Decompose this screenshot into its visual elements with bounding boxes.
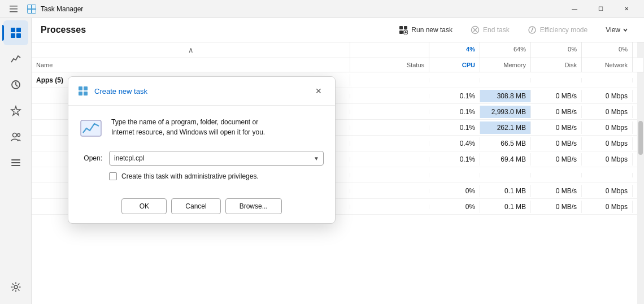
sidebar-item-startup[interactable] xyxy=(3,98,28,123)
row-status xyxy=(350,157,429,162)
row-cpu: 0.1% xyxy=(429,153,480,166)
row-disk: 0 MB/s xyxy=(531,90,582,102)
admin-privileges-checkbox[interactable] xyxy=(109,172,117,180)
svg-marker-12 xyxy=(11,106,20,115)
row-memory: 69.4 MB xyxy=(480,153,531,166)
row-cpu: 0% xyxy=(429,201,480,213)
svg-rect-8 xyxy=(16,28,21,32)
efficiency-icon xyxy=(528,25,537,34)
scrollbar-track[interactable] xyxy=(637,42,644,304)
svg-rect-32 xyxy=(84,92,88,95)
end-task-button[interactable]: End task xyxy=(464,23,516,37)
scrollbar-thumb[interactable] xyxy=(638,121,643,155)
svg-rect-5 xyxy=(28,10,31,13)
dialog-open-row: Open: ▼ xyxy=(80,151,324,166)
hamburger-button[interactable] xyxy=(5,0,23,18)
svg-rect-4 xyxy=(32,5,36,8)
th-memory[interactable]: Memory xyxy=(480,58,531,72)
sidebar-item-performance[interactable] xyxy=(3,46,28,71)
row-memory: 2,993.0 MB xyxy=(480,106,531,118)
th-cpu-pct: 4% xyxy=(429,42,480,58)
th-scroll-spacer xyxy=(633,58,644,72)
table-container[interactable]: ∧ 4% 64% 0% 0% Name Status CPU Memory Di… xyxy=(32,42,644,304)
svg-point-18 xyxy=(14,285,18,289)
svg-rect-31 xyxy=(79,92,82,95)
th-status[interactable]: Status xyxy=(350,58,429,72)
maximize-button[interactable]: ☐ xyxy=(588,0,613,18)
svg-rect-6 xyxy=(32,10,36,13)
run-new-task-button[interactable]: Run new task xyxy=(392,23,459,37)
th-network[interactable]: Network xyxy=(582,58,633,72)
th-mem-pct: 64% xyxy=(480,42,531,58)
svg-rect-29 xyxy=(79,86,82,90)
table-header: Name Status CPU Memory Disk Network xyxy=(32,58,644,72)
page-title: Processes xyxy=(41,25,388,35)
row-disk: 0 MB/s xyxy=(531,121,582,134)
row-cpu: 0.1% xyxy=(429,90,480,102)
sort-row: ∧ 4% 64% 0% 0% xyxy=(32,42,644,58)
svg-rect-0 xyxy=(10,6,18,7)
sidebar-bottom xyxy=(3,275,28,299)
sidebar-item-history[interactable] xyxy=(3,72,28,97)
th-name[interactable]: Name xyxy=(32,58,350,72)
row-memory: 66.5 MB xyxy=(480,137,531,150)
chevron-down-icon xyxy=(623,27,628,33)
dialog-desc-text: Type the name of a program, folder, docu… xyxy=(111,117,265,137)
svg-rect-2 xyxy=(10,11,18,12)
svg-point-14 xyxy=(17,134,20,137)
dialog-input-wrapper: ▼ xyxy=(109,151,324,166)
sidebar-item-details[interactable] xyxy=(3,150,28,175)
dialog-close-button[interactable]: ✕ xyxy=(311,84,326,98)
app-title: Task Manager xyxy=(41,5,557,13)
efficiency-mode-button[interactable]: Efficiency mode xyxy=(521,23,595,37)
row-disk: 0 MB/s xyxy=(531,185,582,197)
row-disk: 0 MB/s xyxy=(531,106,582,118)
close-button[interactable]: ✕ xyxy=(613,0,639,18)
sort-arrow-icon: ∧ xyxy=(188,46,194,54)
end-task-icon xyxy=(471,25,480,34)
dialog-header: Create new task ✕ xyxy=(68,77,335,106)
svg-point-13 xyxy=(12,133,16,137)
dialog-description: Type the name of a program, folder, docu… xyxy=(80,117,324,140)
create-task-dialog: Create new task ✕ xyxy=(68,76,336,224)
title-bar: Task Manager — ☐ ✕ xyxy=(0,0,644,18)
sidebar xyxy=(0,18,32,304)
th-disk-pct: 0% xyxy=(531,42,582,58)
dialog-footer: OK Cancel Browse... xyxy=(68,192,335,223)
browse-button[interactable]: Browse... xyxy=(225,198,282,214)
dialog-icon xyxy=(77,85,89,97)
ok-button[interactable]: OK xyxy=(121,198,167,214)
dialog-checkbox-row: Create this task with administrative pri… xyxy=(80,172,324,180)
row-status xyxy=(350,110,429,114)
row-network: 0 Mbps xyxy=(582,106,633,118)
view-menu-button[interactable]: View xyxy=(599,23,635,37)
svg-rect-17 xyxy=(11,165,20,166)
row-memory: 308.8 MB xyxy=(480,90,531,102)
row-network: 0 Mbps xyxy=(582,121,633,134)
svg-rect-21 xyxy=(399,31,403,34)
row-memory: 0.1 MB xyxy=(480,201,531,213)
svg-rect-15 xyxy=(11,159,20,160)
th-disk[interactable]: Disk xyxy=(531,58,582,72)
th-cpu[interactable]: CPU xyxy=(429,58,480,72)
dialog-desc-icon xyxy=(80,117,102,140)
svg-rect-3 xyxy=(28,5,31,8)
open-input[interactable] xyxy=(109,151,324,166)
sidebar-item-settings[interactable] xyxy=(3,275,28,299)
sort-arrow-cell[interactable]: ∧ xyxy=(32,42,350,58)
row-cpu: 0.4% xyxy=(429,137,480,150)
row-network: 0 Mbps xyxy=(582,185,633,197)
admin-privileges-label: Create this task with administrative pri… xyxy=(121,172,259,180)
end-task-label: End task xyxy=(483,26,510,34)
minimize-button[interactable]: — xyxy=(562,0,588,18)
efficiency-mode-label: Efficiency mode xyxy=(540,26,588,34)
sidebar-item-users[interactable] xyxy=(3,124,28,149)
view-label: View xyxy=(606,26,620,34)
cancel-button[interactable]: Cancel xyxy=(171,198,220,214)
run-new-task-label: Run new task xyxy=(411,26,452,34)
sidebar-item-processes[interactable] xyxy=(3,20,28,45)
svg-rect-7 xyxy=(11,28,15,32)
row-disk: 0 MB/s xyxy=(531,137,582,150)
row-status xyxy=(350,189,429,193)
row-status xyxy=(350,94,429,98)
